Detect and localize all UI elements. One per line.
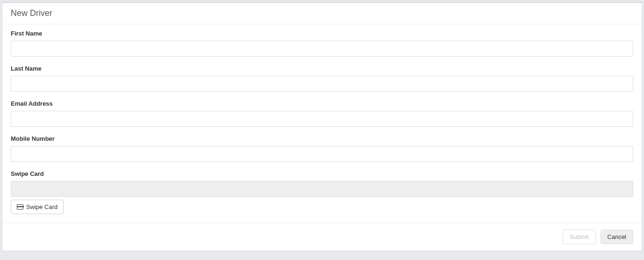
last-name-group: Last Name	[11, 65, 633, 92]
swipe-card-label: Swipe Card	[11, 170, 633, 177]
page-title: New Driver	[11, 8, 633, 18]
new-driver-panel: New Driver First Name Last Name Email Ad…	[2, 2, 642, 251]
cancel-button[interactable]: Cancel	[601, 230, 633, 244]
card-icon	[17, 204, 23, 209]
first-name-label: First Name	[11, 30, 633, 37]
panel-body: First Name Last Name Email Address Mobil…	[2, 24, 642, 223]
first-name-group: First Name	[11, 30, 633, 57]
last-name-label: Last Name	[11, 65, 633, 72]
mobile-input[interactable]	[11, 146, 633, 162]
swipe-card-button[interactable]: Swipe Card	[11, 200, 64, 214]
last-name-input[interactable]	[11, 76, 633, 92]
first-name-input[interactable]	[11, 41, 633, 57]
email-group: Email Address	[11, 100, 633, 127]
swipe-card-group: Swipe Card Swipe Card	[11, 170, 633, 214]
email-input[interactable]	[11, 111, 633, 127]
panel-footer: Submit Cancel	[2, 223, 642, 251]
swipe-card-input	[11, 181, 633, 197]
swipe-card-button-label: Swipe Card	[26, 203, 57, 210]
submit-button[interactable]: Submit	[563, 230, 595, 244]
panel-header: New Driver	[2, 3, 642, 24]
email-label: Email Address	[11, 100, 633, 107]
mobile-group: Mobile Number	[11, 135, 633, 162]
mobile-label: Mobile Number	[11, 135, 633, 142]
